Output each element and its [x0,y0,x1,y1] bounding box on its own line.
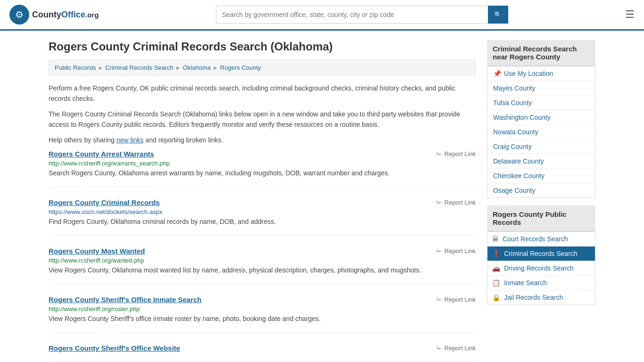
result-desc: View Rogers County Sheriff's office inma… [49,314,476,324]
list-item[interactable]: 🚗 Driving Records Search [487,261,595,276]
result-title[interactable]: Rogers County Sheriff's Office Website [49,344,180,352]
county-link[interactable]: Craig County [493,143,532,150]
breadcrumb-sep-3: ► [213,65,218,71]
breadcrumb-criminal-records[interactable]: Criminal Records Search [105,64,173,71]
use-location-link[interactable]: Use My Location [504,70,553,77]
breadcrumb-public-records[interactable]: Public Records [55,64,96,71]
result-title[interactable]: Rogers County Most Wanted [49,247,145,255]
result-desc: Find Rogers County, Oklahoma criminal re… [49,217,476,227]
pin-icon: 📌 [493,70,501,77]
list-item[interactable]: Craig County [487,140,595,154]
public-records-list: 🏛 Court Records Search ❗ Criminal Record… [487,231,595,305]
content-area: Rogers County Criminal Records Search (O… [49,40,476,362]
criminal-records-link[interactable]: Criminal Records Search [504,250,578,257]
result-title[interactable]: Rogers County Sheriff's Office Inmate Se… [49,296,201,304]
result-item: Rogers County Arrest Warrants ✁ Report L… [49,150,476,187]
public-records-title: Rogers County Public Records [487,206,595,231]
list-item[interactable]: Mayes County [487,81,595,96]
inmate-icon: 📋 [492,279,500,287]
breadcrumb: Public Records ► Criminal Records Search… [49,60,476,75]
result-title-row: Rogers County Criminal Records ✁ Report … [49,198,476,207]
result-url[interactable]: https://www.oscn.net/dockets/search.aspx [49,208,476,215]
county-link[interactable]: Osage County [493,187,536,194]
report-icon: ✁ [436,198,442,207]
result-url[interactable]: http://www.rcsheriff.org/warrants_search… [49,160,476,167]
result-desc: Search Rogers County, Oklahoma arrest wa… [49,168,476,178]
report-link-button[interactable]: ✁ Report Link [436,198,476,207]
breadcrumb-oklahoma[interactable]: Oklahoma [183,64,211,71]
report-icon: ✁ [436,344,442,353]
result-item: Rogers County Sheriff's Office Inmate Se… [49,296,476,333]
result-item: Rogers County Criminal Records ✁ Report … [49,198,476,236]
public-records-box: Rogers County Public Records 🏛 Court Rec… [487,206,595,305]
list-item[interactable]: 📋 Inmate Search [487,276,595,290]
result-title[interactable]: Rogers County Criminal Records [49,198,160,206]
nearby-counties-box: Criminal Records Search near Rogers Coun… [487,40,595,198]
search-area: 🔍 [216,6,508,24]
list-item-active[interactable]: ❗ Criminal Records Search [487,247,595,261]
breadcrumb-sep-2: ► [175,65,181,71]
report-link-button[interactable]: ✁ Report Link [436,150,476,158]
list-item[interactable]: Washington County [487,110,595,125]
report-icon: ✁ [436,296,442,304]
logo-icon: ⚙ [9,5,29,25]
new-links-link[interactable]: new links [116,136,144,144]
county-link[interactable]: Nowata County [493,128,538,136]
list-item[interactable]: 🏛 Court Records Search [487,232,595,247]
list-item[interactable]: 🔒 Jail Records Search [487,290,595,304]
report-link-button[interactable]: ✁ Report Link [436,296,476,304]
court-records-link[interactable]: Court Records Search [503,235,568,243]
county-link[interactable]: Mayes County [493,84,535,92]
use-location-item[interactable]: 📌 Use My Location [487,66,595,81]
inmate-search-link[interactable]: Inmate Search [504,279,547,287]
list-item[interactable]: Tulsa County [487,96,595,110]
breadcrumb-rogers-county[interactable]: Rogers County [220,64,261,71]
result-item: Rogers County Most Wanted ✁ Report Link … [49,247,476,284]
list-item[interactable]: Nowata County [487,125,595,140]
county-link[interactable]: Tulsa County [493,99,532,107]
jail-records-link[interactable]: Jail Records Search [504,294,563,301]
result-title-row: Rogers County Arrest Warrants ✁ Report L… [49,150,476,158]
logo-area: ⚙ CountyOffice.org [9,5,99,25]
nearby-list: 📌 Use My Location Mayes County Tulsa Cou… [487,66,595,198]
result-url[interactable]: http://www.rcsheriff.org/roster.php [49,305,476,313]
driving-records-link[interactable]: Driving Records Search [504,264,574,272]
result-title-row: Rogers County Sheriff's Office Website ✁… [49,344,476,353]
county-link[interactable]: Delaware County [493,157,544,165]
result-title[interactable]: Rogers County Arrest Warrants [49,150,154,158]
result-title-row: Rogers County Most Wanted ✁ Report Link [49,247,476,255]
driving-icon: 🚗 [492,264,500,272]
court-icon: 🏛 [492,235,499,243]
list-item[interactable]: Cherokee County [487,169,595,183]
description-3: Help others by sharing new links and rep… [49,135,476,145]
breadcrumb-sep-1: ► [98,65,103,71]
sidebar: Criminal Records Search near Rogers Coun… [487,40,595,362]
logo-text: CountyOffice.org [32,10,99,20]
county-link[interactable]: Washington County [493,114,551,121]
search-input[interactable] [216,6,488,24]
result-item: Rogers County Sheriff's Office Website ✁… [49,344,476,362]
list-item[interactable]: Delaware County [487,154,595,169]
report-icon: ✁ [436,247,442,255]
description-1: Perform a free Rogers County, OK public … [49,83,476,104]
criminal-icon: ❗ [492,250,500,257]
results-list: Rogers County Arrest Warrants ✁ Report L… [49,150,476,362]
page-title: Rogers County Criminal Records Search (O… [49,40,476,53]
search-button[interactable]: 🔍 [488,6,508,24]
hamburger-button[interactable]: ☰ [625,8,635,21]
page-header: ⚙ CountyOffice.org 🔍 ☰ [0,0,644,31]
list-item[interactable]: Osage County [487,183,595,197]
nearby-title: Criminal Records Search near Rogers Coun… [487,40,595,66]
jail-icon: 🔒 [492,294,500,301]
search-icon: 🔍 [494,11,502,18]
report-icon: ✁ [436,150,442,158]
main-wrapper: Rogers County Criminal Records Search (O… [39,31,605,362]
result-url[interactable]: http://www.rcsheriff.org/wanted.php [49,257,476,264]
report-link-button[interactable]: ✁ Report Link [436,247,476,255]
result-title-row: Rogers County Sheriff's Office Inmate Se… [49,296,476,304]
county-link[interactable]: Cherokee County [493,172,545,180]
report-link-button[interactable]: ✁ Report Link [436,344,476,353]
description-2: The Rogers County Criminal Records Searc… [49,109,476,130]
result-desc: View Rogers County, Oklahoma most wanted… [49,265,476,275]
